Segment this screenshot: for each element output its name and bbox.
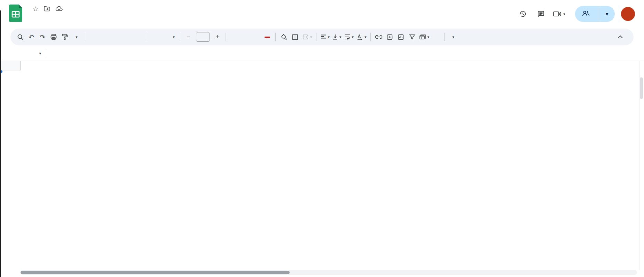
horizontal-scrollbar-thumb[interactable] <box>21 271 290 274</box>
text-rotation-caret: ▾ <box>364 35 367 39</box>
column-headers <box>0 61 644 70</box>
create-filter-button[interactable] <box>407 31 418 43</box>
functions-button[interactable] <box>431 31 442 43</box>
undo-button[interactable]: ↶ <box>26 31 37 43</box>
horizontal-align-caret: ▾ <box>328 35 330 39</box>
formula-input[interactable] <box>53 46 644 61</box>
table-views-button[interactable]: ▾ <box>418 31 431 43</box>
name-box[interactable]: ▾ <box>0 51 45 56</box>
sheets-logo-icon[interactable] <box>9 5 22 23</box>
window-edge <box>0 10 1 277</box>
format-percent-button[interactable] <box>98 31 109 43</box>
avatar[interactable] <box>621 7 635 21</box>
italic-button[interactable] <box>239 31 251 43</box>
zoom-caret: ▾ <box>76 35 78 39</box>
input-tools-caret: ▾ <box>452 35 454 39</box>
video-call-icon[interactable]: ▾ <box>550 6 568 22</box>
vertical-align-caret: ▾ <box>339 35 341 39</box>
insert-link-button[interactable] <box>373 31 384 43</box>
input-tools-button[interactable]: ▾ <box>447 31 458 43</box>
vertical-scrollbar-thumb[interactable] <box>640 77 643 99</box>
text-color-button[interactable] <box>262 31 273 43</box>
strikethrough-button[interactable] <box>251 31 262 43</box>
comments-icon[interactable] <box>532 6 550 22</box>
cloud-saved-icon[interactable] <box>55 5 63 12</box>
video-call-dropdown-caret[interactable]: ▾ <box>563 12 565 16</box>
version-history-icon[interactable] <box>514 6 532 22</box>
formula-bar-divider <box>46 49 46 58</box>
paint-format-button[interactable] <box>59 31 70 43</box>
fill-color-button[interactable] <box>278 31 289 43</box>
vertical-scrollbar[interactable] <box>639 61 643 270</box>
horizontal-scrollbar[interactable] <box>21 270 637 275</box>
select-all-corner[interactable] <box>0 61 21 70</box>
spreadsheet-grid <box>0 61 644 277</box>
text-wrap-caret: ▾ <box>352 35 354 39</box>
table-views-caret: ▾ <box>427 35 430 39</box>
insert-chart-button[interactable] <box>395 31 407 43</box>
formula-bar: ▾ <box>0 46 644 61</box>
merge-cells-caret: ▾ <box>310 35 312 39</box>
font-caret: ▾ <box>173 35 175 39</box>
move-to-folder-icon[interactable] <box>44 5 50 12</box>
insert-comment-button[interactable] <box>384 31 395 43</box>
increase-font-size-button[interactable]: + <box>212 31 223 43</box>
more-formats-button[interactable] <box>131 31 142 43</box>
toolbar: ↶ ↷ ▾ ▾ − + <box>10 29 634 45</box>
search-menus-button[interactable] <box>15 31 26 43</box>
horizontal-align-button[interactable]: ▾ <box>319 31 331 43</box>
font-select[interactable]: ▾ <box>148 31 178 43</box>
bold-button[interactable] <box>228 31 239 43</box>
menu-bar <box>28 15 63 25</box>
vertical-align-button[interactable]: ▾ <box>331 31 343 43</box>
text-wrap-button[interactable]: ▾ <box>343 31 355 43</box>
name-box-caret[interactable]: ▾ <box>39 51 41 56</box>
font-size-input[interactable] <box>196 32 210 42</box>
share-button[interactable]: ▼ <box>575 6 615 22</box>
share-dropdown-caret[interactable]: ▼ <box>599 11 615 17</box>
increase-decimals-button[interactable] <box>120 31 131 43</box>
star-icon[interactable]: ☆ <box>33 5 39 13</box>
format-currency-button[interactable] <box>87 31 98 43</box>
borders-button[interactable] <box>289 31 300 43</box>
top-bar: ☆ <box>0 0 644 28</box>
redo-button[interactable]: ↷ <box>37 31 48 43</box>
text-rotation-button[interactable]: ▾ <box>355 31 368 43</box>
merge-cells-button[interactable]: ▾ <box>300 31 314 43</box>
decrease-decimals-button[interactable] <box>109 31 120 43</box>
text-color-bar <box>265 37 270 38</box>
decrease-font-size-button[interactable]: − <box>183 31 194 43</box>
people-icon <box>582 10 590 18</box>
hide-menus-button[interactable] <box>615 31 626 43</box>
print-button[interactable] <box>48 31 59 43</box>
zoom-select[interactable]: ▾ <box>70 31 81 43</box>
